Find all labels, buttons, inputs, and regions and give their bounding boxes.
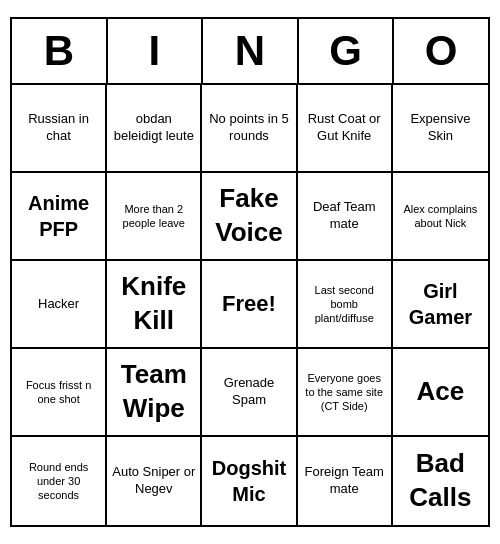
header-letter: I	[108, 19, 204, 83]
bingo-cell-20: Round ends under 30 seconds	[12, 437, 107, 525]
bingo-cell-13: Last second bomb plant/diffuse	[298, 261, 393, 349]
header-letter: G	[299, 19, 395, 83]
bingo-card: BINGO Russian in chatobdan beleidigt leu…	[10, 17, 490, 527]
bingo-cell-4: Expensive Skin	[393, 85, 488, 173]
bingo-cell-18: Everyone goes to the same site (CT Side)	[298, 349, 393, 437]
bingo-cell-16: Team Wipe	[107, 349, 202, 437]
bingo-cell-6: More than 2 people leave	[107, 173, 202, 261]
bingo-header: BINGO	[12, 19, 488, 85]
header-letter: O	[394, 19, 488, 83]
bingo-cell-5: Anime PFP	[12, 173, 107, 261]
bingo-cell-10: Hacker	[12, 261, 107, 349]
bingo-cell-19: Ace	[393, 349, 488, 437]
bingo-cell-11: Knife Kill	[107, 261, 202, 349]
bingo-cell-8: Deaf Team mate	[298, 173, 393, 261]
bingo-cell-23: Foreign Team mate	[298, 437, 393, 525]
bingo-cell-22: Dogshit Mic	[202, 437, 297, 525]
header-letter: B	[12, 19, 108, 83]
bingo-cell-2: No points in 5 rounds	[202, 85, 297, 173]
bingo-cell-3: Rust Coat or Gut Knife	[298, 85, 393, 173]
header-letter: N	[203, 19, 299, 83]
bingo-cell-24: Bad Calls	[393, 437, 488, 525]
bingo-grid: Russian in chatobdan beleidigt leuteNo p…	[12, 85, 488, 525]
bingo-cell-1: obdan beleidigt leute	[107, 85, 202, 173]
bingo-cell-15: Focus frisst n one shot	[12, 349, 107, 437]
bingo-cell-0: Russian in chat	[12, 85, 107, 173]
bingo-cell-12: Free!	[202, 261, 297, 349]
bingo-cell-9: Alex complains about Nick	[393, 173, 488, 261]
bingo-cell-14: Girl Gamer	[393, 261, 488, 349]
bingo-cell-21: Auto Sniper or Negev	[107, 437, 202, 525]
bingo-cell-17: Grenade Spam	[202, 349, 297, 437]
bingo-cell-7: Fake Voice	[202, 173, 297, 261]
